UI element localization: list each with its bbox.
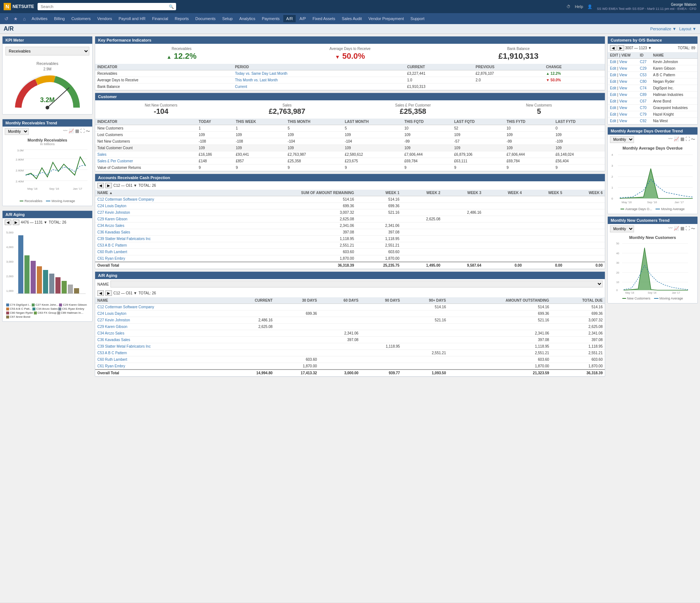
kpi-row-period[interactable]: Today vs. Same Day Last Month: [233, 70, 405, 77]
svg-text:3: 3: [611, 164, 613, 167]
kpi-col-period: PERIOD: [233, 64, 405, 70]
logo-n: N: [4, 3, 11, 10]
star-icon[interactable]: ★: [11, 16, 20, 22]
kpi-bank-balance: Bank Balance £1,910,313: [435, 47, 602, 61]
nav-billing[interactable]: Billing: [51, 15, 67, 22]
list-item: Edit | ViewC53A B C Pattern: [608, 72, 697, 78]
svg-rect-22: [37, 266, 42, 294]
nav-fixed-assets[interactable]: Fixed Assets: [310, 15, 338, 22]
monthly-receivables-select[interactable]: Monthly: [5, 128, 29, 135]
nav-activities[interactable]: Activities: [29, 15, 50, 22]
nav-ap[interactable]: A/P: [296, 15, 309, 22]
nav-vendor-prepayment[interactable]: Vendor Prepayment: [366, 15, 407, 22]
table-row: Receivables Today vs. Same Day Last Mont…: [95, 70, 605, 77]
proj-range[interactable]: C12 — C61 ▼: [113, 183, 137, 188]
table-row: C24 Louis Dayton 699.36 699.36699.36: [95, 310, 605, 317]
clock-icon[interactable]: ⏱: [567, 4, 571, 9]
svg-text:1: 1: [611, 186, 613, 189]
svg-rect-24: [49, 274, 54, 294]
svg-text:May '16: May '16: [27, 187, 38, 190]
svg-text:0: 0: [616, 289, 618, 291]
ar-aging-table: NAME CURRENT 30 DAYS 60 DAYS 90 DAYS 90+…: [95, 297, 605, 376]
nav-setup[interactable]: Setup: [219, 15, 236, 22]
aging-range[interactable]: 4476 — 1131 ▼: [21, 220, 47, 224]
svg-text:Sep '16: Sep '16: [647, 201, 657, 204]
expand-chart-icon[interactable]: ⛶: [80, 128, 85, 135]
customer-section-panel: Customer Net New Customers -104 Sales £2…: [95, 93, 605, 171]
svg-text:Jan '17: Jan '17: [674, 201, 684, 204]
expand-icon[interactable]: ⛶: [685, 136, 690, 143]
help-link[interactable]: Help: [575, 4, 583, 9]
table-row: C39 Slatter Metal Fabricators Inc 1,118.…: [95, 236, 605, 242]
area3-icon[interactable]: 〰: [668, 226, 673, 232]
proj-prev-btn[interactable]: ◀: [97, 183, 104, 188]
ar-aging-left-panel: A/R Aging ◀ ▶ 4476 — 1131 ▼ TOTAL: 26 5,…: [2, 210, 93, 322]
aging-filter-select[interactable]: [110, 281, 603, 287]
aging-table-prev-btn[interactable]: ◀: [97, 290, 104, 296]
bar-icon[interactable]: ▦: [680, 136, 684, 143]
cos-range[interactable]: 3007 — 1123 ▼: [625, 46, 652, 50]
table-row: Total Customer Count 109109109109 109109…: [95, 145, 605, 151]
cos-prev-btn[interactable]: ◀: [610, 45, 617, 51]
kpi-meter-select[interactable]: Receivables: [5, 47, 89, 55]
aging-table-total: TOTAL: 26: [139, 291, 156, 295]
monthly-receivables-header: Monthly Receivables Trend: [3, 119, 92, 127]
expand3-icon[interactable]: ⛶: [685, 226, 690, 232]
main-layout: KPI Meter Receivables Receivables 2.9M: [0, 34, 700, 600]
nav-sales-audit[interactable]: Sales Audit: [339, 15, 365, 22]
new-customers-select[interactable]: Monthly: [610, 225, 634, 232]
line3-icon[interactable]: 📈: [674, 226, 679, 232]
aging-table-range[interactable]: C12 — C61 ▼: [113, 291, 137, 295]
cash-projection-panel: Accounts Receivable Cash Projection ◀ ▶ …: [95, 174, 605, 269]
table-row: C36 Kavadias Sales 397.08397.08: [95, 229, 605, 236]
kpi-bank-label: Bank Balance: [435, 47, 602, 51]
table-row: C34 Arczo Sales 2,341.06 2,341.062,341.0…: [95, 330, 605, 337]
avg-days-select[interactable]: Monthly: [610, 136, 634, 143]
kpi-col-change: CHANGE: [544, 64, 605, 70]
table-row: Bank Balance Current £1,910,313: [95, 84, 605, 90]
svg-text:Jan '17: Jan '17: [672, 291, 680, 294]
nav-reports[interactable]: Reports: [172, 15, 192, 22]
wave-icon: 〜: [86, 128, 90, 135]
personalize-button[interactable]: Personalize ▼: [650, 27, 676, 31]
gauge-container: Receivables 2.9M 3.2M: [3, 58, 92, 114]
svg-text:40: 40: [616, 252, 619, 255]
table-row: C53 A B C Pattern 2,551.212,551.21: [95, 242, 605, 249]
table-row: Overall Total 36,318.39 25,235.75 1,495.…: [95, 262, 605, 269]
nav-documents[interactable]: Documents: [192, 15, 219, 22]
nav-vendors[interactable]: Vendors: [94, 15, 115, 22]
aging-next-btn[interactable]: ▶: [13, 220, 19, 225]
bar3-icon[interactable]: ▦: [680, 226, 684, 232]
user-icon[interactable]: 👤: [587, 4, 592, 9]
line-icon[interactable]: 📈: [674, 136, 679, 143]
area-icon[interactable]: 〰: [668, 136, 673, 143]
aging-left-nav: ◀ ▶ 4476 — 1131 ▼ TOTAL: 26: [3, 218, 92, 227]
moving-avg-legend-item: Moving Average: [46, 199, 75, 203]
nav-customers[interactable]: Customers: [69, 15, 94, 22]
search-bar[interactable]: 🔍: [38, 3, 176, 10]
kpi-bank-value: £1,910,313: [435, 51, 602, 61]
nav-payroll[interactable]: Payroll and HR: [116, 15, 148, 22]
svg-text:Jan '17: Jan '17: [73, 187, 82, 190]
proj-next-btn[interactable]: ▶: [105, 183, 112, 188]
line-chart-icon[interactable]: 📈: [69, 128, 74, 135]
home-icon[interactable]: ⌂: [21, 16, 28, 22]
nav-financial[interactable]: Financial: [149, 15, 171, 22]
cos-next-btn[interactable]: ▶: [618, 45, 624, 51]
nav-payments[interactable]: Payments: [259, 15, 283, 22]
search-input[interactable]: [38, 3, 176, 10]
bar-chart-icon[interactable]: ▦: [75, 128, 79, 135]
nav-ar[interactable]: A/R: [283, 15, 296, 22]
proj-nav: ◀ ▶ C12 — C61 ▼ TOTAL: 26: [95, 181, 605, 190]
nav-analytics[interactable]: Analytics: [236, 15, 258, 22]
receivables-legend-item: Receivables: [20, 199, 42, 203]
aging-prev-btn[interactable]: ◀: [5, 220, 11, 225]
nav-support[interactable]: Support: [408, 15, 428, 22]
area-chart-icon[interactable]: 〰: [63, 128, 67, 135]
table-row: C61 Ryan Embry 1,870.00 1,870.001,870.00: [95, 363, 605, 370]
back-icon[interactable]: ↺: [2, 16, 11, 22]
page-title-bar: A/R Personalize ▼ Layout ▼: [0, 24, 700, 34]
layout-button[interactable]: Layout ▼: [679, 27, 696, 31]
aging-table-next-btn[interactable]: ▶: [105, 290, 112, 296]
table-row: C60 Ruth Lambert 603.60603.60: [95, 249, 605, 255]
